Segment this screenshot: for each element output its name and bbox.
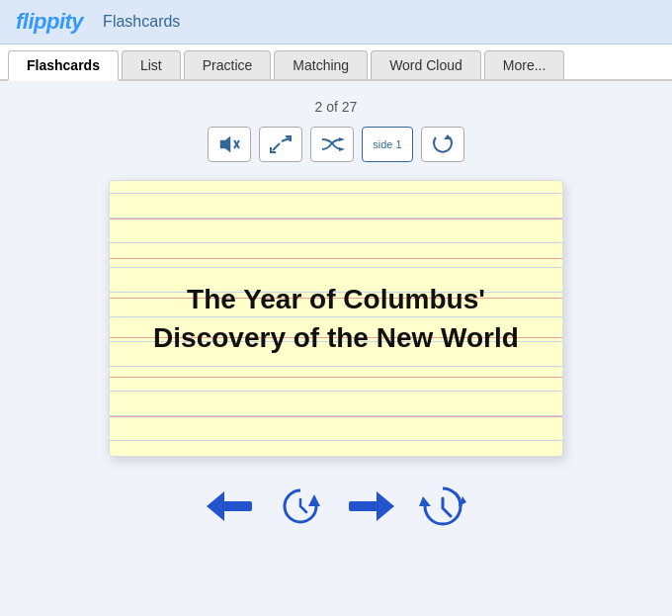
tab-list[interactable]: List — [122, 50, 181, 79]
tab-wordcloud[interactable]: Word Cloud — [371, 50, 481, 79]
svg-rect-10 — [222, 501, 252, 511]
svg-marker-11 — [308, 494, 320, 506]
flip-icon — [430, 133, 456, 155]
side-label: side 1 — [373, 138, 401, 150]
next-button[interactable] — [346, 484, 397, 528]
fullscreen-icon — [268, 133, 294, 155]
control-bar: side 1 — [208, 127, 464, 162]
fullscreen-button[interactable] — [259, 127, 302, 162]
logo: flippity — [16, 9, 83, 35]
mute-icon — [216, 133, 242, 155]
svg-marker-14 — [419, 496, 431, 506]
prev-button[interactable] — [204, 484, 255, 528]
side1-button[interactable]: side 1 — [362, 127, 413, 162]
flip-button[interactable] — [421, 127, 464, 162]
svg-marker-6 — [339, 137, 345, 141]
tab-flashcards[interactable]: Flashcards — [8, 50, 119, 81]
svg-rect-13 — [349, 501, 378, 511]
next-arrow-icon — [347, 486, 396, 526]
nav-controls — [204, 484, 468, 528]
svg-marker-9 — [207, 491, 224, 521]
flashcard-text: The Year of Columbus' Discovery of the N… — [149, 280, 523, 357]
main-content: 2 of 27 — [0, 81, 672, 528]
header: flippity Flashcards — [0, 0, 672, 44]
cycle-button[interactable] — [417, 484, 468, 528]
replay-icon — [279, 484, 322, 528]
svg-line-3 — [273, 143, 280, 150]
header-title: Flashcards — [103, 13, 180, 31]
tab-bar: Flashcards List Practice Matching Word C… — [0, 44, 672, 81]
shuffle-button[interactable] — [310, 127, 354, 162]
svg-marker-7 — [339, 147, 345, 151]
tab-more[interactable]: More... — [484, 50, 565, 79]
tab-practice[interactable]: Practice — [184, 50, 272, 79]
card-counter: 2 of 27 — [315, 99, 358, 115]
cycle-icon — [417, 483, 468, 530]
shuffle-icon — [319, 133, 345, 155]
mute-button[interactable] — [208, 127, 251, 162]
replay-button[interactable] — [275, 484, 326, 528]
flashcard[interactable]: The Year of Columbus' Discovery of the N… — [109, 180, 563, 457]
svg-marker-12 — [377, 491, 394, 521]
svg-marker-0 — [220, 136, 230, 152]
tab-matching[interactable]: Matching — [274, 50, 368, 79]
prev-arrow-icon — [205, 486, 254, 526]
